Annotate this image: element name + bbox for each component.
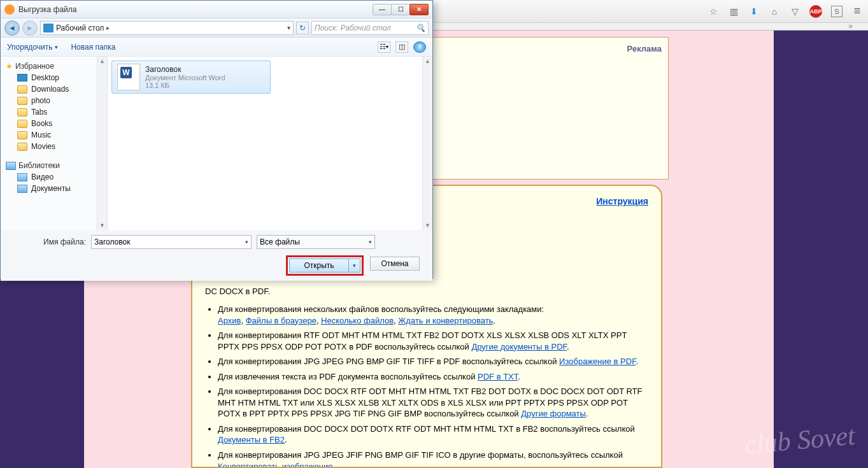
- home-icon[interactable]: ⌂: [769, 6, 780, 17]
- folder-icon: [17, 131, 27, 139]
- minimize-button[interactable]: —: [373, 4, 392, 15]
- sidebar-item[interactable]: Downloads: [1, 83, 107, 95]
- help-button[interactable]: ?: [413, 41, 426, 53]
- pocket-icon[interactable]: ▽: [789, 6, 800, 17]
- file-list[interactable]: Заголовок Документ Microsoft Word 13,1 К…: [108, 57, 432, 230]
- folder-icon: [17, 120, 27, 128]
- search-placeholder: Поиск: Рабочий стол: [315, 24, 391, 32]
- inline-link[interactable]: Изображение в PDF: [559, 357, 636, 366]
- dialog-search-input[interactable]: Поиск: Рабочий стол 🔍: [311, 21, 429, 35]
- new-folder-button[interactable]: Новая папка: [71, 43, 115, 52]
- inline-link[interactable]: Несколько файлов: [321, 316, 394, 325]
- folder-icon: [17, 108, 27, 117]
- sidebar-item[interactable]: Movies: [1, 141, 107, 152]
- inline-link[interactable]: PDF в TXT: [478, 372, 518, 381]
- star-icon: ★: [6, 62, 13, 71]
- sidebar-group-libraries[interactable]: Библиотеки: [1, 159, 107, 171]
- dialog-toolbar: Упорядочить ▾ Новая папка ☷ ▾ ◫ ?: [1, 38, 432, 57]
- sidebar-item[interactable]: Tabs: [1, 106, 107, 118]
- refresh-button[interactable]: ↻: [296, 22, 309, 34]
- menu-icon[interactable]: ≡: [851, 6, 863, 17]
- library-icon[interactable]: ▥: [728, 6, 739, 17]
- file-name: Заголовок: [145, 65, 225, 74]
- inline-link[interactable]: Другие документы в PDF: [471, 342, 567, 351]
- sidebar-item[interactable]: Books: [1, 118, 107, 129]
- list-item: Для конвертирования JPG JPEG JFIF PNG BM…: [218, 450, 648, 468]
- file-size: 13,1 КБ: [145, 82, 225, 89]
- filetype-select[interactable]: Все файлы ▾: [257, 235, 375, 249]
- open-split-button[interactable]: ▾: [349, 259, 360, 273]
- dialog-nav: ◄ ► Рабочий стол ▸ ▾ ↻ Поиск: Рабочий ст…: [1, 18, 432, 38]
- inline-link[interactable]: Конвертировать изображение: [218, 462, 332, 468]
- file-type: Документ Microsoft Word: [145, 74, 225, 82]
- folder-icon: [17, 74, 27, 82]
- inline-link[interactable]: Документы в FB2: [218, 435, 285, 444]
- chevron-down-icon[interactable]: ▾: [287, 24, 290, 31]
- chevron-down-icon[interactable]: ▾: [245, 239, 248, 245]
- bullet-list: Для конвертирования нескольких файлов во…: [218, 304, 648, 468]
- cancel-button[interactable]: Отмена: [370, 257, 420, 271]
- desktop-icon: [43, 24, 53, 32]
- firefox-icon: [4, 4, 15, 15]
- sidebar-scrollbar[interactable]: [97, 57, 107, 230]
- open-button[interactable]: Открыть: [289, 259, 349, 273]
- preview-pane-button[interactable]: ◫: [395, 41, 408, 53]
- folder-icon: [17, 97, 27, 105]
- breadcrumb-text: Рабочий стол: [56, 24, 104, 32]
- chevron-down-icon[interactable]: ▾: [369, 239, 372, 245]
- view-options-button[interactable]: ☷ ▾: [378, 41, 390, 53]
- open-button-highlight: Открыть ▾: [286, 255, 364, 276]
- word-file-icon: [117, 64, 140, 90]
- inline-link[interactable]: Другие форматы: [521, 409, 586, 418]
- toolbar-right: ☆ ▥ ⬇ ⌂ ▽ ABP S ≡: [708, 5, 863, 18]
- forward-button[interactable]: ►: [22, 20, 38, 36]
- filelist-scrollbar[interactable]: [422, 57, 432, 230]
- breadcrumb[interactable]: Рабочий стол ▸ ▾: [40, 21, 294, 35]
- dialog-footer: Имя файла: Заголовок ▾ Все файлы ▾ Откры…: [1, 230, 432, 281]
- close-button[interactable]: ✕: [409, 4, 429, 15]
- download-icon[interactable]: ⬇: [748, 6, 760, 17]
- inline-link[interactable]: Архив: [218, 316, 241, 325]
- back-button[interactable]: ◄: [4, 20, 20, 36]
- sidebar-item[interactable]: Видео: [1, 171, 107, 183]
- sidebar-item[interactable]: Документы: [1, 183, 107, 194]
- list-item: Для конвертирования DOC DOCX DOT DOTX RT…: [218, 423, 648, 446]
- abp-icon[interactable]: ABP: [809, 5, 822, 18]
- filename-input[interactable]: Заголовок ▾: [91, 235, 252, 249]
- file-upload-dialog: Выгрузка файла — ☐ ✕ ◄ ► Рабочий стол ▸ …: [0, 0, 433, 279]
- organize-menu[interactable]: Упорядочить ▾: [7, 43, 58, 52]
- list-item: Для извлечения текста из PDF документа в…: [218, 371, 648, 383]
- dialog-titlebar[interactable]: Выгрузка файла — ☐ ✕: [1, 1, 432, 18]
- page-margin-right: [774, 31, 868, 468]
- sidebar: ★Избранное DesktopDownloadsphotoTabsBook…: [1, 57, 108, 230]
- screenshot-icon[interactable]: S: [831, 6, 843, 17]
- dialog-title: Выгрузка файла: [18, 5, 77, 14]
- sidebar-item[interactable]: Desktop: [1, 72, 107, 83]
- library-item-icon: [17, 185, 27, 193]
- list-item: Для конвертирования нескольких файлов во…: [218, 304, 648, 326]
- list-item: Для конвертирования JPG JPEG PNG BMP GIF…: [218, 356, 648, 367]
- star-icon[interactable]: ☆: [708, 6, 719, 17]
- ad-label: Реклама: [627, 44, 662, 147]
- folder-icon: [17, 143, 27, 151]
- format-line: DC DOCX в PDF.: [205, 287, 648, 296]
- maximize-button[interactable]: ☐: [391, 4, 410, 15]
- library-icon: [6, 162, 16, 170]
- library-item-icon: [17, 173, 27, 181]
- chevron-right-icon: ▸: [106, 24, 110, 31]
- sidebar-item[interactable]: photo: [1, 95, 107, 106]
- sidebar-item[interactable]: Music: [1, 129, 107, 141]
- list-item: Для конвертирования DOC DOCX RTF ODT MHT…: [218, 386, 648, 420]
- list-item: Для конвертирования RTF ODT MHT HTM HTML…: [218, 330, 648, 352]
- filename-label: Имя файла:: [10, 238, 86, 246]
- file-item-selected[interactable]: Заголовок Документ Microsoft Word 13,1 К…: [111, 60, 271, 94]
- inline-link[interactable]: Файлы в браузере: [246, 316, 317, 325]
- inline-link[interactable]: Ждать и конвертировать: [398, 316, 493, 325]
- sidebar-group-favorites[interactable]: ★Избранное: [1, 59, 107, 72]
- search-icon: 🔍: [416, 24, 425, 32]
- folder-icon: [17, 85, 27, 94]
